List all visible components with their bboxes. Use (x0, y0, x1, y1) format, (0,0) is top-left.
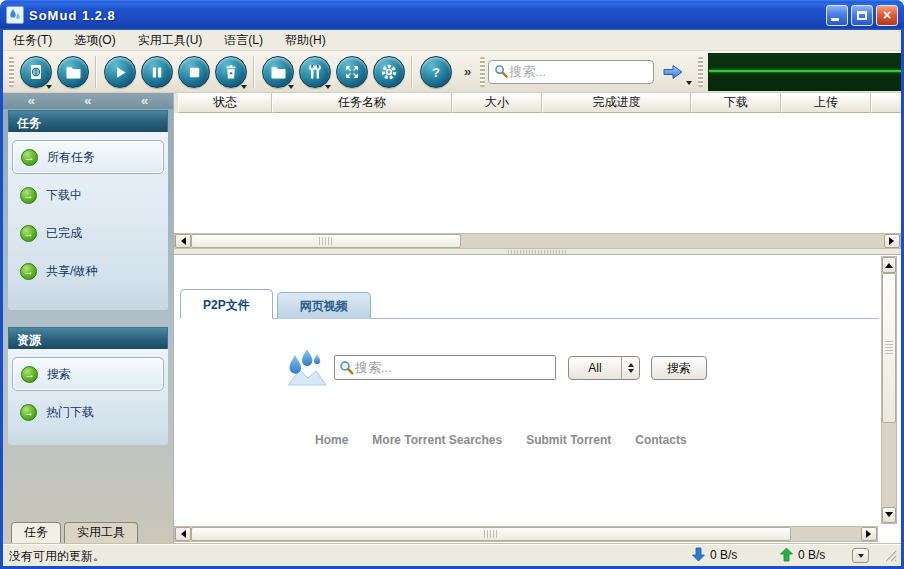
somud-logo (284, 343, 330, 395)
toolbar-overflow-chevron[interactable]: » (464, 64, 471, 79)
scroll-left-button[interactable] (175, 234, 191, 248)
sidebar-item-completed[interactable]: → 已完成 (12, 216, 164, 250)
scroll-left-button[interactable] (175, 527, 191, 541)
new-task-button[interactable] (17, 53, 54, 91)
scroll-up-button[interactable] (882, 257, 896, 273)
bottom-tab-tasks[interactable]: 任务 (11, 522, 61, 543)
tab-p2p-files[interactable]: P2P文件 (180, 289, 273, 319)
download-speed: 0 B/s (692, 547, 737, 562)
column-remaining[interactable]: 剩余时间 (871, 93, 901, 113)
p2p-links: Home More Torrent Searches Submit Torren… (315, 433, 687, 447)
hscroll-track[interactable] (461, 234, 884, 248)
resources-section: → 搜索 → 热门下载 (8, 349, 168, 445)
vscroll-track[interactable] (882, 423, 896, 507)
open-folder-button[interactable] (259, 53, 296, 91)
sidebar: « « « 任务 → 所有任务 → 下载中 → 已完成 → (3, 93, 173, 543)
minimize-button[interactable] (826, 5, 848, 26)
menu-tasks[interactable]: 任务(T) (13, 32, 52, 49)
tasks-section-header: 任务 (8, 110, 168, 132)
sidebar-item-all-tasks[interactable]: → 所有任务 (12, 140, 164, 174)
toolbar-separator (253, 56, 255, 88)
expand-view-button[interactable] (333, 53, 370, 91)
maximize-button[interactable] (851, 5, 873, 26)
arrow-right-icon (866, 530, 875, 538)
sidebar-collapse-strip[interactable]: « « « (3, 93, 173, 109)
column-size[interactable]: 大小 (452, 93, 542, 113)
speed-options-button[interactable] (852, 548, 869, 563)
settings-icon (373, 56, 405, 88)
thumb-grip (319, 237, 333, 245)
sidebar-item-search[interactable]: → 搜索 (12, 357, 164, 391)
app-logo-icon (6, 6, 24, 24)
menu-options[interactable]: 选项(O) (74, 32, 115, 49)
task-list-area (174, 113, 901, 233)
toolbar-gripper[interactable] (9, 57, 14, 87)
column-progress[interactable]: 完成进度 (542, 93, 691, 113)
upload-arrow-icon (780, 547, 793, 562)
vscroll-thumb[interactable] (882, 273, 896, 423)
p2p-search-row: All 搜索 (334, 355, 707, 380)
tools-dropdown-icon (325, 85, 331, 89)
link-submit-torrent[interactable]: Submit Torrent (526, 433, 611, 447)
link-home[interactable]: Home (315, 433, 348, 447)
sidebar-item-downloading[interactable]: → 下载中 (12, 178, 164, 212)
sidebar-item-label: 热门下载 (46, 404, 94, 421)
new-task-icon (20, 56, 52, 88)
close-button[interactable]: × (876, 5, 898, 26)
column-download[interactable]: 下载 (691, 93, 781, 113)
minimize-icon (831, 18, 839, 21)
arrow-up-icon (885, 259, 893, 268)
link-more-searches[interactable]: More Torrent Searches (372, 433, 502, 447)
arrow-down-icon (885, 512, 893, 521)
delete-button[interactable] (212, 53, 249, 91)
sidebar-item-hot-downloads[interactable]: → 热门下载 (12, 395, 164, 429)
menu-utilities[interactable]: 实用工具(U) (138, 32, 203, 49)
main-panel: 状态 任务名称 大小 完成进度 下载 上传 剩余时间 P2P文件 网页视频 (173, 93, 901, 543)
svg-text:?: ? (432, 64, 440, 79)
hscroll-track[interactable] (791, 527, 861, 541)
status-bar: 没有可用的更新。 0 B/s 0 B/s (3, 543, 901, 566)
column-status[interactable]: 状态 (178, 93, 272, 113)
hscroll-thumb[interactable] (191, 234, 461, 248)
toolbar-search-input[interactable] (509, 64, 653, 79)
scroll-right-button[interactable] (861, 527, 877, 541)
sidebar-item-label: 下载中 (46, 187, 82, 204)
scroll-down-button[interactable] (882, 507, 896, 523)
help-button[interactable]: ? (417, 53, 454, 91)
resize-grip-icon[interactable] (882, 548, 897, 566)
window-title: SoMud 1.2.8 (29, 8, 116, 23)
menu-language[interactable]: 语言(L) (224, 32, 263, 49)
sidebar-item-seeding[interactable]: → 共享/做种 (12, 254, 164, 288)
browser-panel: P2P文件 网页视频 (174, 254, 901, 543)
column-upload[interactable]: 上传 (781, 93, 871, 113)
green-arrow-icon: → (20, 187, 37, 204)
open-torrent-button[interactable] (54, 53, 91, 91)
tools-button[interactable] (296, 53, 333, 91)
graph-gripper[interactable] (698, 57, 703, 87)
sidebar-item-label: 所有任务 (47, 149, 95, 166)
go-arrow-icon (662, 62, 684, 82)
search-go-button[interactable] (658, 59, 688, 85)
scroll-right-button[interactable] (884, 234, 900, 248)
tab-web-video[interactable]: 网页视频 (277, 292, 371, 319)
pause-icon (141, 56, 173, 88)
pause-button[interactable] (138, 53, 175, 91)
category-select[interactable]: All (568, 356, 640, 380)
expand-view-icon (336, 56, 368, 88)
sidebar-item-label: 搜索 (47, 366, 71, 383)
p2p-search-input[interactable] (355, 360, 555, 375)
hscroll-thumb[interactable] (191, 527, 791, 541)
bottom-tab-utilities[interactable]: 实用工具 (64, 522, 138, 543)
menu-help[interactable]: 帮助(H) (285, 32, 326, 49)
column-task-name[interactable]: 任务名称 (272, 93, 452, 113)
start-button[interactable] (101, 53, 138, 91)
link-contacts[interactable]: Contacts (635, 433, 686, 447)
task-table-header: 状态 任务名称 大小 完成进度 下载 上传 剩余时间 (174, 93, 901, 113)
close-icon: × (877, 7, 897, 24)
search-gripper[interactable] (480, 57, 485, 87)
app-window: SoMud 1.2.8 × 任务(T) 选项(O) 实用工具(U) 语言(L) … (0, 0, 904, 569)
stop-button[interactable] (175, 53, 212, 91)
browser-tabs: P2P文件 网页视频 (180, 293, 879, 319)
settings-button[interactable] (370, 53, 407, 91)
p2p-search-button[interactable]: 搜索 (651, 356, 707, 380)
